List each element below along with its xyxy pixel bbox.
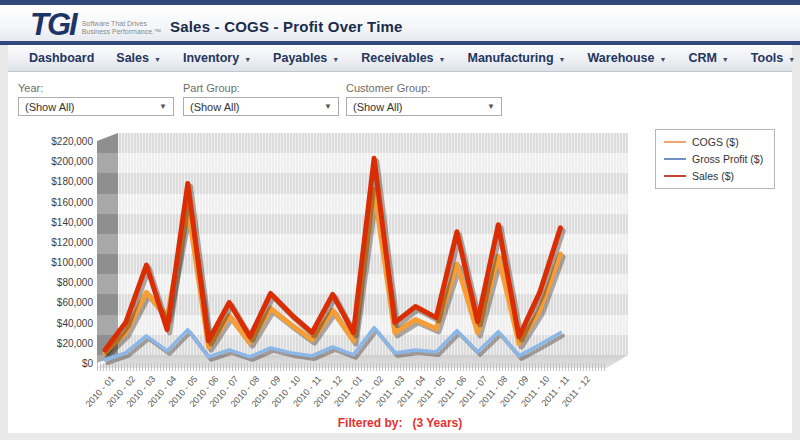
legend-item: COGS ($): [664, 136, 766, 148]
logo-text: TGI: [30, 7, 76, 43]
chevron-down-icon: ▼: [487, 102, 495, 111]
chevron-down-icon: ▼: [559, 56, 566, 63]
part-group-filter-select[interactable]: (Show All) ▼: [183, 97, 339, 116]
customer-group-filter-select[interactable]: (Show All) ▼: [346, 97, 502, 116]
filtered-by-value: (3 Years): [412, 416, 462, 430]
legend-item: Gross Profit ($): [664, 153, 766, 165]
filter-customer-group: Customer Group: (Show All) ▼: [346, 82, 502, 116]
nav-item-receivables[interactable]: Receivables▼: [350, 47, 456, 69]
logo: TGI Software That Drives Business Perfor…: [30, 7, 161, 43]
part-group-filter-value: (Show All): [190, 101, 240, 113]
customer-group-filter-label: Customer Group:: [346, 82, 502, 94]
nav-item-sales[interactable]: Sales▼: [105, 47, 172, 69]
main-nav: DashboardSales▼Inventory▼Payables▼Receiv…: [8, 45, 792, 72]
app-root: { "header": { "logo": "TGI", "tagline_li…: [0, 0, 800, 440]
logo-tagline: Software That Drives Business Performanc…: [82, 20, 161, 36]
legend-line-swatch: [664, 175, 686, 177]
chevron-down-icon: ▼: [244, 56, 251, 63]
nav-item-warehouse[interactable]: Warehouse▼: [577, 47, 678, 69]
nav-item-inventory[interactable]: Inventory▼: [172, 47, 262, 69]
chevron-down-icon: ▼: [788, 56, 795, 63]
year-filter-label: Year:: [18, 82, 174, 94]
page-title: Sales - COGS - Profit Over Time: [170, 18, 403, 35]
chevron-down-icon: ▼: [659, 56, 666, 63]
part-group-filter-label: Part Group:: [183, 82, 339, 94]
chevron-down-icon: ▼: [439, 56, 446, 63]
chevron-down-icon: ▼: [159, 102, 167, 111]
year-filter-select[interactable]: (Show All) ▼: [18, 97, 174, 116]
legend-item: Sales ($): [664, 170, 766, 182]
year-filter-value: (Show All): [25, 101, 75, 113]
legend-line-swatch: [664, 141, 686, 143]
nav-item-payables[interactable]: Payables▼: [262, 47, 350, 69]
chevron-down-icon: ▼: [324, 102, 332, 111]
filtered-by-note: Filtered by: (3 Years): [0, 416, 800, 430]
legend-line-swatch: [664, 158, 686, 160]
chevron-down-icon: ▼: [722, 56, 729, 63]
nav-item-crm[interactable]: CRM▼: [677, 47, 739, 69]
chart-legend: COGS ($)Gross Profit ($)Sales ($): [655, 129, 775, 189]
nav-item-dashboard[interactable]: Dashboard: [18, 47, 105, 69]
filter-part-group: Part Group: (Show All) ▼: [183, 82, 339, 116]
chevron-down-icon: ▼: [332, 56, 339, 63]
filtered-by-label: Filtered by:: [338, 416, 403, 430]
filter-year: Year: (Show All) ▼: [18, 82, 174, 116]
customer-group-filter-value: (Show All): [353, 101, 403, 113]
header: TGI Software That Drives Business Perfor…: [0, 5, 800, 41]
nav-item-manufacturing[interactable]: Manufacturing▼: [456, 47, 576, 69]
nav-item-tools[interactable]: Tools▼: [740, 47, 800, 69]
chevron-down-icon: ▼: [154, 56, 161, 63]
